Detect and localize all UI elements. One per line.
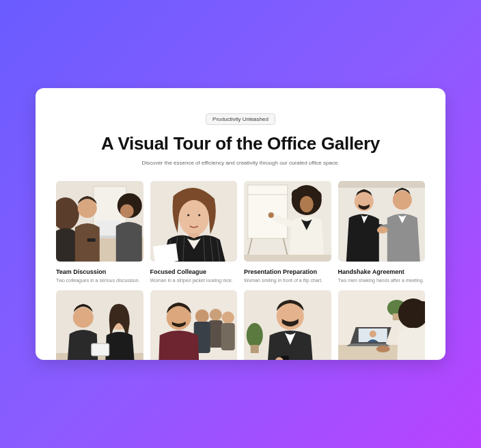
svg-rect-24: [248, 185, 288, 238]
svg-rect-33: [244, 255, 331, 262]
svg-point-66: [376, 346, 389, 352]
svg-point-63: [369, 331, 376, 337]
gallery-card[interactable]: [338, 290, 426, 360]
gallery-thumb: [56, 181, 143, 262]
gallery-card-title: Presentation Preparation: [244, 268, 331, 275]
svg-point-37: [392, 191, 411, 210]
gallery-card-title: Focused Colleague: [150, 268, 238, 275]
svg-point-41: [73, 307, 94, 328]
gallery-grid: Team Discussion Two colleagues in a seri…: [56, 181, 425, 360]
svg-rect-22: [152, 243, 178, 262]
gallery-card-desc: Woman smiling in front of a flip chart.: [244, 277, 331, 283]
gallery-card[interactable]: [150, 290, 238, 360]
gallery-card[interactable]: Team Discussion Two colleagues in a seri…: [56, 181, 143, 283]
gallery-thumb: [244, 290, 331, 360]
svg-point-7: [78, 199, 97, 218]
svg-point-38: [376, 227, 387, 234]
page-card: Productivity Unleashed A Visual Tour of …: [36, 88, 445, 360]
svg-point-45: [209, 309, 221, 321]
svg-point-53: [247, 323, 263, 348]
page-title: A Visual Tour of the Office Gallery: [56, 133, 425, 154]
svg-point-14: [198, 214, 200, 216]
gallery-card-title: Handshake Agreement: [338, 268, 426, 275]
svg-rect-54: [251, 345, 259, 353]
badge-pill: Productivity Unleashed: [206, 113, 275, 125]
svg-point-47: [221, 311, 234, 324]
header: Productivity Unleashed A Visual Tour of …: [56, 111, 425, 166]
svg-point-49: [195, 309, 208, 323]
gallery-card-desc: Two colleagues in a serious discussion.: [56, 277, 143, 283]
gallery-card-desc: Two men shaking hands after a meeting.: [338, 277, 426, 283]
svg-rect-43: [92, 344, 109, 356]
gallery-card[interactable]: [244, 290, 331, 360]
gallery-card-desc: Woman in a striped jacket looking nice.: [150, 277, 238, 283]
page-subtitle: Discover the essence of efficiency and c…: [56, 160, 425, 166]
svg-rect-46: [208, 320, 222, 348]
gallery-thumb: [56, 290, 143, 360]
svg-point-31: [300, 196, 314, 212]
svg-rect-35: [338, 181, 426, 188]
svg-point-13: [187, 214, 189, 216]
gallery-thumb: [244, 181, 331, 262]
svg-point-29: [292, 189, 303, 200]
gallery-card-title: Team Discussion: [56, 268, 143, 275]
gallery-card[interactable]: Presentation Preparation Woman smiling i…: [244, 181, 331, 283]
svg-rect-48: [221, 323, 234, 350]
gallery-thumb: [150, 181, 238, 262]
gallery-thumb: [338, 181, 426, 262]
svg-rect-10: [87, 238, 96, 242]
gallery-card[interactable]: Handshake Agreement Two men shaking hand…: [338, 181, 426, 283]
gallery-card[interactable]: Focused Colleague Woman in a striped jac…: [150, 181, 238, 283]
gallery-card[interactable]: [56, 290, 143, 360]
gallery-thumb: [338, 290, 426, 360]
svg-point-32: [269, 212, 274, 218]
svg-point-12: [178, 200, 208, 236]
gallery-thumb: [150, 290, 238, 360]
svg-point-9: [120, 204, 134, 218]
